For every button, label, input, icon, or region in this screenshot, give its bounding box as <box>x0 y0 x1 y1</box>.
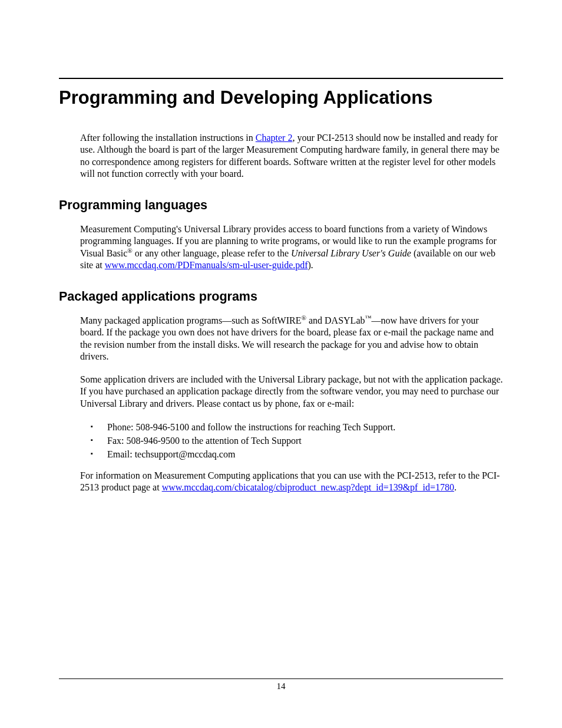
list-item: Phone: 508-946-5100 and follow the instr… <box>91 420 503 434</box>
text: . <box>311 260 313 270</box>
chapter-2-link[interactable]: Chapter 2 <box>256 133 293 143</box>
registered-mark: ® <box>127 246 133 253</box>
guide-title: Universal Library User's Guide <box>291 248 411 258</box>
page-footer: 14 <box>59 678 503 691</box>
text: Many packaged application programs—such … <box>80 315 301 325</box>
list-item: Fax: 508-946-9500 to the attention of Te… <box>91 434 503 447</box>
text: and DASYLab <box>306 315 365 325</box>
intro-pre: After following the installation instruc… <box>80 133 256 143</box>
product-page-link[interactable]: www.mccdaq.com/cbicatalog/cbiproduct_new… <box>162 482 454 492</box>
intro-paragraph: After following the installation instruc… <box>80 132 503 180</box>
registered-mark: ® <box>301 314 306 321</box>
section-heading-packaged-applications: Packaged applications programs <box>59 289 503 304</box>
page-number: 14 <box>277 681 286 691</box>
packaged-apps-paragraph-1: Many packaged application programs—such … <box>80 315 503 363</box>
list-item: Email: techsupport@mccdaq.com <box>91 447 503 461</box>
packaged-apps-paragraph-2: Some application drivers are included wi… <box>80 374 503 410</box>
trademark-mark: ™ <box>365 314 372 321</box>
text: or any other language, please refer to t… <box>133 248 291 258</box>
packaged-apps-paragraph-3: For information on Measurement Computing… <box>80 470 503 494</box>
text: . <box>454 482 457 492</box>
ul-user-guide-link[interactable]: www.mccdaq.com/PDFmanuals/sm-ul-user-gui… <box>105 260 308 270</box>
section-heading-programming-languages: Programming languages <box>59 198 503 213</box>
page-title: Programming and Developing Applications <box>59 87 503 108</box>
programming-languages-paragraph: Measurement Computing's Universal Librar… <box>80 223 503 272</box>
contact-list: Phone: 508-946-5100 and follow the instr… <box>91 420 503 462</box>
